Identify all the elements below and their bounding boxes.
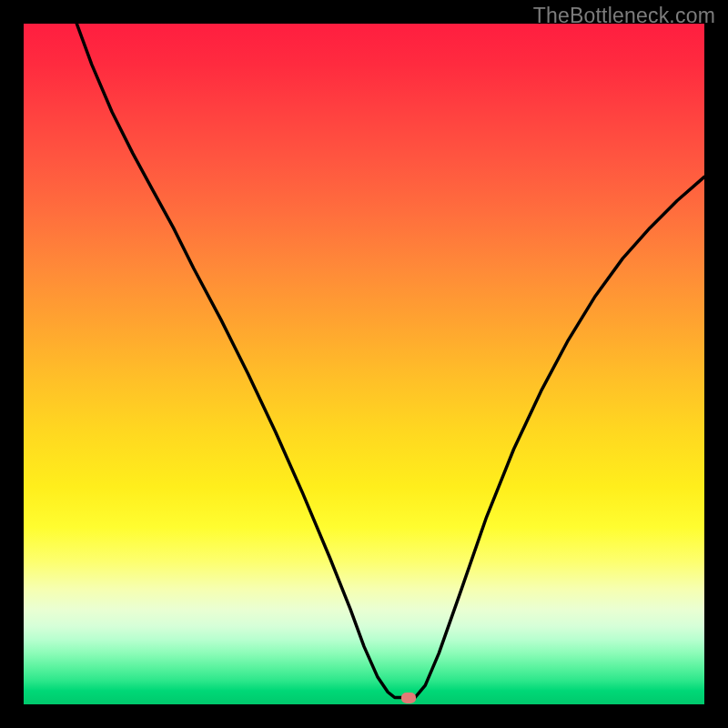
plot-area (24, 24, 704, 704)
chart-frame: TheBottleneck.com (0, 0, 728, 728)
bottleneck-curve (24, 24, 704, 704)
optimal-point-marker (401, 693, 416, 703)
watermark-text: TheBottleneck.com (533, 4, 715, 28)
